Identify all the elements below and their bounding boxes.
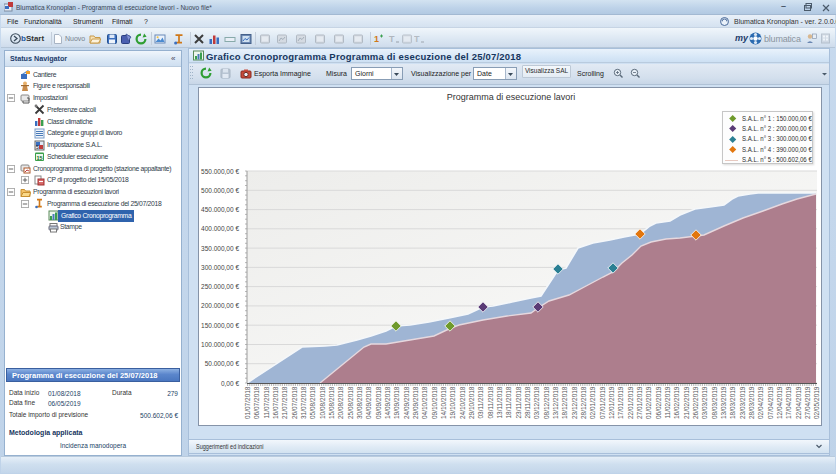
svg-text:1: 1 [374,34,379,44]
svg-text:T: T [389,34,395,44]
svg-text:T: T [414,34,420,44]
svg-text:15: 15 [37,155,43,161]
svg-text:5: 5 [36,144,39,150]
